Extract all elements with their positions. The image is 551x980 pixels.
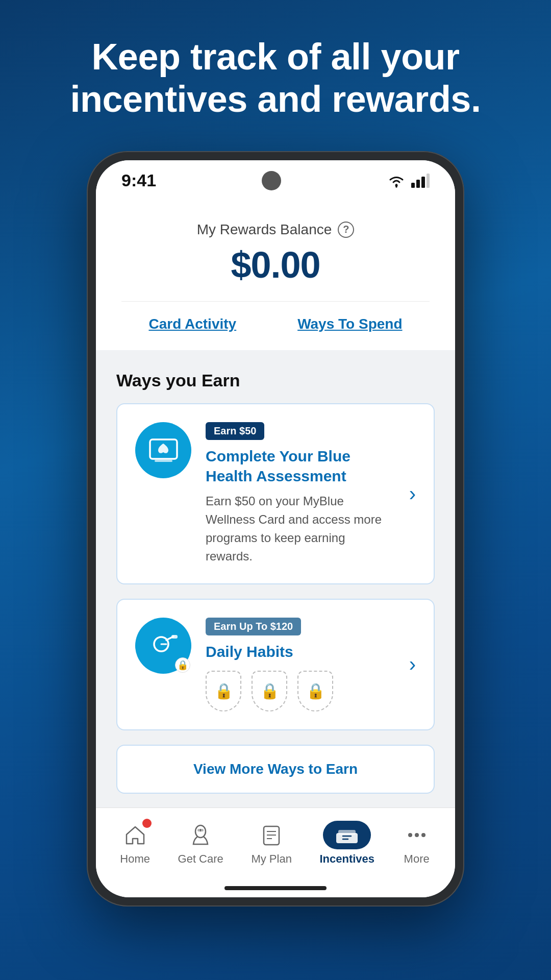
phone-mockup: 9:41 M [87, 151, 464, 906]
help-icon[interactable]: ? [338, 222, 354, 238]
health-assessment-card[interactable]: Earn $50 Complete Your Blue Health Asses… [116, 403, 435, 584]
locked-icons-row: 🔒 🔒 🔒 [206, 671, 395, 712]
status-time: 9:41 [121, 170, 156, 190]
tab-row: Card Activity Ways To Spend [121, 301, 430, 332]
my-plan-icon [260, 823, 283, 847]
nav-item-home[interactable]: Home [120, 821, 150, 866]
ways-you-earn-title: Ways you Earn [116, 371, 435, 390]
nav-item-incentives[interactable]: Incentives [319, 821, 374, 866]
ways-to-spend-tab[interactable]: Ways To Spend [297, 316, 402, 332]
status-bar: 9:41 [96, 160, 455, 201]
daily-habits-card[interactable]: 🔒 Earn Up To $120 Daily Habits 🔒 🔒 🔒 › [116, 599, 435, 730]
get-care-nav-label: Get Care [178, 852, 223, 866]
svg-rect-17 [338, 830, 356, 835]
svg-point-21 [415, 833, 419, 837]
home-icon [123, 823, 147, 847]
home-notification-badge [142, 819, 152, 828]
svg-rect-8 [171, 635, 178, 639]
camera-notch [262, 171, 281, 190]
locked-shield-2: 🔒 [252, 671, 287, 712]
rewards-section: My Rewards Balance ? $0.00 Card Activity… [96, 201, 455, 350]
get-care-icon [189, 823, 212, 847]
card-activity-tab[interactable]: Card Activity [148, 316, 236, 332]
nav-item-get-care[interactable]: Get Care [178, 821, 223, 866]
more-icon-wrap [403, 821, 431, 849]
svg-rect-4 [427, 174, 430, 188]
home-bar [224, 886, 327, 890]
nav-item-my-plan[interactable]: My Plan [251, 821, 291, 866]
health-assessment-content: Earn $50 Complete Your Blue Health Asses… [206, 422, 395, 566]
phone-screen: 9:41 M [96, 160, 455, 897]
earn-badge-1: Earn $50 [206, 422, 264, 440]
svg-rect-3 [421, 177, 425, 188]
view-more-button[interactable]: View More Ways to Earn [116, 745, 435, 794]
nav-item-more[interactable]: More [403, 821, 431, 866]
signal-icon [411, 174, 430, 188]
svg-rect-2 [416, 180, 420, 188]
home-nav-label: Home [120, 852, 150, 866]
locked-shield-3: 🔒 [297, 671, 333, 712]
incentives-nav-label: Incentives [319, 852, 374, 866]
balance-amount: $0.00 [121, 244, 430, 286]
more-nav-label: More [404, 852, 430, 866]
incentives-active-pill [323, 821, 371, 849]
home-icon-wrap [121, 821, 149, 849]
daily-habits-content: Earn Up To $120 Daily Habits 🔒 🔒 🔒 [206, 618, 395, 712]
daily-habits-chevron[interactable]: › [409, 618, 416, 712]
locked-shield-1: 🔒 [206, 671, 241, 712]
svg-point-0 [395, 184, 398, 186]
health-assessment-chevron[interactable]: › [409, 422, 416, 566]
earn-badge-2: Earn Up To $120 [206, 618, 301, 635]
health-assessment-icon [135, 422, 191, 478]
my-plan-icon-wrap [257, 821, 286, 849]
daily-habits-title: Daily Habits [206, 642, 395, 662]
svg-rect-6 [155, 460, 172, 462]
daily-habits-icon: 🔒 [135, 618, 191, 674]
my-plan-nav-label: My Plan [251, 852, 291, 866]
health-assessment-title: Complete Your Blue Health Assessment [206, 446, 395, 486]
wifi-icon [387, 174, 406, 188]
more-icon [405, 823, 429, 847]
svg-point-20 [408, 833, 412, 837]
home-indicator [96, 879, 455, 897]
svg-point-22 [421, 833, 425, 837]
status-icons [387, 174, 430, 188]
scroll-content[interactable]: Ways you Earn Earn $50 Complete Your Blu… [96, 350, 455, 807]
get-care-icon-wrap [186, 821, 215, 849]
bottom-nav: Home Get Care [96, 807, 455, 879]
headline: Keep track of all your incentives and re… [30, 0, 522, 151]
daily-habits-lock-badge: 🔒 [175, 657, 190, 673]
headline-line1: Keep track of all your [91, 36, 459, 77]
headline-line2: incentives and rewards. [70, 79, 481, 119]
rewards-label: My Rewards Balance ? [121, 222, 430, 238]
incentives-icon [334, 826, 360, 844]
health-assessment-desc: Earn $50 on your MyBlue Wellness Card an… [206, 492, 395, 566]
svg-rect-1 [411, 183, 415, 188]
